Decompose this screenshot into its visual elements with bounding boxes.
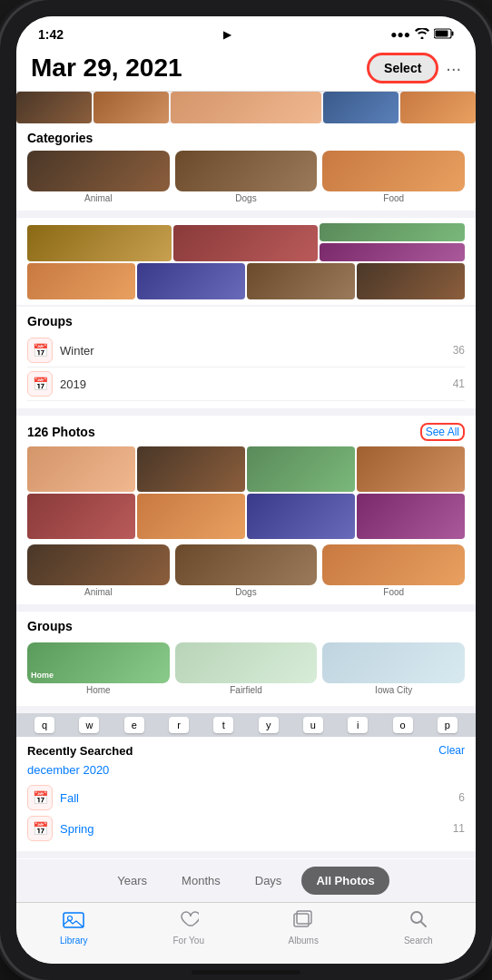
key-p[interactable]: p [438,717,458,733]
clear-button[interactable]: Clear [438,744,465,758]
photo-thumb [247,494,355,539]
photo-thumb [27,494,135,539]
select-button[interactable]: Select [367,53,438,83]
photo-thumb [247,263,355,299]
wifi-icon [415,28,429,42]
spring-label: Spring [60,822,446,836]
tab-all-photos[interactable]: All Photos [301,867,389,895]
key-i[interactable]: i [348,717,368,733]
key-e[interactable]: e [124,717,144,733]
food-mini-label: Food [322,587,465,597]
home-indicator [192,970,300,975]
svg-rect-1 [452,31,454,35]
photo-thumb [137,263,245,299]
key-u[interactable]: u [303,717,323,733]
tab-years[interactable]: Years [103,867,162,895]
group-winter[interactable]: 📅 Winter 36 [27,334,465,368]
calendar-icon-fall: 📅 [27,785,53,810]
photo-thumb [93,92,169,123]
group-2019-label: 2019 [60,377,446,391]
svg-point-4 [68,916,73,921]
cat-food[interactable]: Food [322,544,465,597]
key-q[interactable]: q [34,717,54,733]
recently-searched-title: Recently Searched [27,744,133,758]
cat-animal[interactable]: Animal [27,544,170,597]
tab-for-you[interactable]: For You [132,910,247,946]
recently-searched-section: Recently Searched Clear december 2020 📅 … [16,737,476,851]
dogs-label: Dogs [175,193,318,203]
tab-search[interactable]: Search [361,910,477,946]
photos-126-title: 126 Photos [27,425,95,439]
photo-thumb [320,223,465,241]
category-dogs[interactable]: Dogs [175,151,318,203]
groups-section: Groups 📅 Winter 36 📅 2019 41 [16,307,476,408]
food-label: Food [322,193,465,203]
photo-thumb [137,494,245,539]
header-date: Mar 29, 2021 [31,54,182,83]
tab-library[interactable]: Library [16,910,132,946]
library-label: Library [60,936,88,946]
key-w[interactable]: w [79,717,99,733]
photo-collage-1 [16,218,476,305]
fall-label: Fall [60,791,451,805]
categories-title: Categories [27,131,93,145]
rs-fall[interactable]: 📅 Fall 6 [27,782,465,813]
status-time: 1:42 [38,27,64,42]
animal-label: Animal [27,193,170,203]
for-you-icon [179,910,199,934]
photo-thumb [320,243,465,261]
tab-months[interactable]: Months [167,867,235,895]
key-t[interactable]: t [213,717,233,733]
library-icon [63,910,84,934]
photos-20-section: 20 Photos See All q w e r [16,858,476,859]
tab-days[interactable]: Days [241,867,297,895]
dogs-mini-label: Dogs [175,587,318,597]
cat-dogs[interactable]: Dogs [175,544,318,597]
key-y[interactable]: y [259,717,279,733]
animal-mini-thumb [27,544,170,585]
photos-126-section: 126 Photos See All [16,416,476,604]
phone-screen: 1:42 ▶ ●●● Mar 29, 2021 Select ··· [16,16,476,964]
location-icon: ▶ [223,29,231,41]
animal-thumb [27,151,170,191]
key-o[interactable]: o [393,717,413,733]
status-icons: ●●● [390,28,454,42]
calendar-icon: 📅 [27,338,53,363]
group-winter-label: Winter [60,344,446,358]
dogs-mini-thumb [175,544,318,585]
tab-bar: Library For You Albums [16,902,476,964]
photo-thumb [357,446,465,492]
scroll-content: Categories Animal Dogs Foo [16,92,476,859]
app-header: Mar 29, 2021 Select ··· [16,49,476,92]
header-actions: Select ··· [367,53,461,83]
group-2019[interactable]: 📅 2019 41 [27,368,465,401]
key-r[interactable]: r [169,717,189,733]
albums-label: Albums [289,936,319,946]
category-animal[interactable]: Animal [27,151,170,203]
signal-icon: ●●● [390,28,410,41]
group-2019-count: 41 [453,377,465,390]
main-content[interactable]: Categories Animal Dogs Foo [16,92,476,859]
groups-title: Groups [27,314,73,328]
photo-thumb [16,92,92,123]
for-you-label: For You [173,936,204,946]
search-tab-label: Search [404,936,433,946]
battery-icon [434,28,454,42]
photo-thumb [27,446,135,492]
photo-thumb [400,92,476,123]
svg-point-7 [411,912,422,923]
calendar-icon-2: 📅 [27,371,53,397]
groups-section-2: Groups Home Home Fairfield [16,612,476,706]
more-button[interactable]: ··· [446,58,461,79]
photo-thumb [247,446,355,492]
category-food[interactable]: Food [322,151,465,203]
photo-thumb [173,225,318,261]
animal-mini-label: Animal [27,587,170,597]
food-thumb [322,151,465,191]
time-tabs: Years Months Days All Photos [16,859,476,902]
rs-spring[interactable]: 📅 Spring 11 [27,813,465,844]
tab-albums[interactable]: Albums [246,910,361,946]
keyboard-row: q w e r t y u i o p [16,713,476,737]
photo-thumb [171,92,321,123]
see-all-126[interactable]: See All [420,423,465,441]
